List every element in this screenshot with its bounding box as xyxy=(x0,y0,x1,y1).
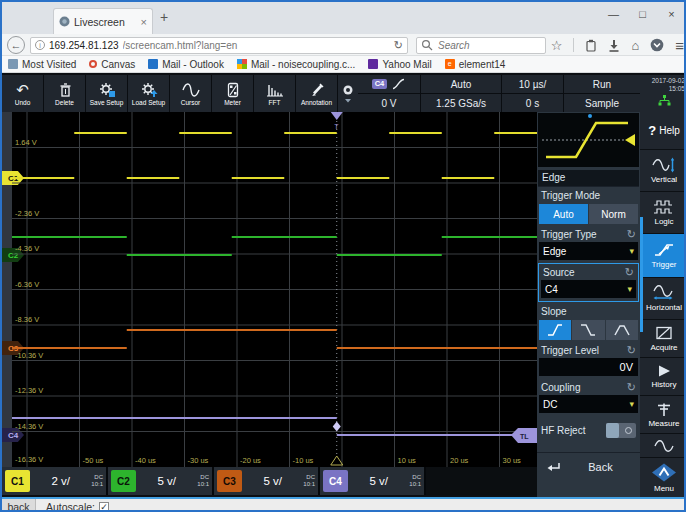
cursor-button[interactable]: Cursor xyxy=(170,75,212,112)
x-axis-label: -50 us xyxy=(83,456,104,465)
reset-icon[interactable]: ↻ xyxy=(627,382,636,393)
horizontal-position-cell[interactable]: 0 s xyxy=(502,94,563,112)
back-button[interactable]: ← xyxy=(7,36,25,54)
sidebar-item-help[interactable]: ?Help xyxy=(640,112,686,150)
slope-both-button[interactable] xyxy=(606,320,638,340)
undo-button[interactable]: ↶ Undo xyxy=(2,75,44,112)
bookmark-most-visited[interactable]: Most Visited xyxy=(8,59,76,70)
back-button[interactable]: Back xyxy=(537,452,640,481)
mode-norm-button[interactable]: Norm xyxy=(589,204,638,224)
toolbar-more-button[interactable] xyxy=(338,75,357,112)
sidebar-item-menu[interactable]: Menu xyxy=(640,458,686,497)
trigger-level-value[interactable]: 0V xyxy=(539,358,638,376)
undo-icon: ↶ xyxy=(16,81,29,98)
trigger-status-cell[interactable]: C4 xyxy=(358,75,420,93)
both-edges-icon xyxy=(612,323,632,337)
maximize-button[interactable]: □ xyxy=(628,4,657,24)
trigger-type-dropdown[interactable]: Edge ▾ xyxy=(539,242,638,260)
reset-icon[interactable]: ↻ xyxy=(625,267,634,278)
logic-icon xyxy=(653,199,675,215)
meter-button[interactable]: Meter xyxy=(212,75,254,112)
annotation-button[interactable]: Annotation xyxy=(296,75,338,112)
autoscale-control: Autoscale: ✓ xyxy=(46,501,109,513)
sidebar-item-gen[interactable] xyxy=(640,434,686,458)
sidebar-item-history[interactable]: History xyxy=(640,358,686,396)
back-return-icon xyxy=(547,462,561,473)
source-label: Source↻ xyxy=(539,264,638,279)
status-col-run: Run Sample xyxy=(564,75,640,112)
pocket-icon[interactable] xyxy=(650,38,664,52)
bookmark-canvas[interactable]: Canvas xyxy=(89,59,135,70)
wave-icon xyxy=(653,439,675,453)
channel-chip-c1[interactable]: C1 2 v/ DC10:1 xyxy=(2,467,108,495)
slope-label: Slope xyxy=(537,303,640,318)
fft-button[interactable]: FFT xyxy=(254,75,296,112)
hf-reject-row: HF Reject xyxy=(537,417,640,444)
waveform-c4 xyxy=(12,418,537,435)
reload-icon[interactable]: ↻ xyxy=(394,39,403,52)
status-col-acquire: Auto 1.25 GSa/s xyxy=(421,75,501,112)
bookmark-outlook[interactable]: Mail - Outlook xyxy=(148,59,224,70)
c1-scale: 2 v/ xyxy=(36,475,85,487)
minimize-button[interactable]: — xyxy=(599,4,628,24)
sidebar-item-trigger[interactable]: Trigger xyxy=(640,234,686,278)
autoscale-checkbox[interactable]: ✓ xyxy=(99,502,109,512)
hf-reject-toggle[interactable] xyxy=(606,423,636,438)
sidebar-scrollbar[interactable] xyxy=(640,217,643,332)
tab-title: Livescreen xyxy=(74,16,137,28)
bookmark-element14[interactable]: eelement14 xyxy=(445,59,506,70)
new-tab-button[interactable]: + xyxy=(160,9,168,25)
sidebar-item-acquire[interactable]: Acquire xyxy=(640,320,686,358)
plot-svg: 1.64 V-2.36 V-4.36 V-6.36 V-8.36 V-10.36… xyxy=(12,112,537,467)
bookmark-star-icon[interactable]: ☆ xyxy=(551,39,563,52)
source-dropdown[interactable]: C4 ▾ xyxy=(541,280,636,298)
home-icon[interactable]: ⌂ xyxy=(631,39,639,52)
search-input[interactable] xyxy=(436,39,526,52)
status-grid: C4 0 V Auto 1.25 GSa/s 10 µs/ 0 s Run Sa… xyxy=(358,75,640,112)
slope-falling-button[interactable] xyxy=(572,320,604,340)
channel-chip-c4[interactable]: C4 5 v/ DC10:1 xyxy=(320,467,426,495)
y-axis-label: -16.36 V xyxy=(15,455,43,464)
acquisition-mode-cell[interactable]: Sample xyxy=(564,94,640,112)
timebase-cell[interactable]: 10 µs/ xyxy=(502,75,563,93)
slope-rising-button[interactable] xyxy=(539,320,571,340)
library-icon[interactable] xyxy=(585,39,597,52)
sidebar-item-horizontal[interactable]: Horizontal xyxy=(640,278,686,320)
yahoo-mail-icon xyxy=(368,59,378,69)
browser-tab-livescreen[interactable]: Livescreen × xyxy=(53,8,153,34)
site-info-icon[interactable]: i xyxy=(35,40,45,50)
trigger-mode-cell[interactable]: Auto xyxy=(421,75,501,93)
element14-icon: e xyxy=(445,59,455,69)
trigger-level-cell[interactable]: 0 V xyxy=(358,94,420,112)
channel-chip-c2[interactable]: C2 5 v/ DC10:1 xyxy=(108,467,214,495)
browser-status-bar: back Autoscale: ✓ xyxy=(2,497,686,512)
time-text: 15:05 xyxy=(669,85,685,93)
save-setup-button[interactable]: Save Setup xyxy=(86,75,128,112)
channel-chip-c3[interactable]: C3 5 v/ DC10:1 xyxy=(214,467,320,495)
bookmark-noisecoupling[interactable]: Mail - noisecoupling.c... xyxy=(237,59,356,70)
sidebar-item-logic[interactable]: Logic xyxy=(640,192,686,234)
trigger-position-marker xyxy=(331,112,343,120)
search-bar[interactable] xyxy=(416,37,546,54)
waveform-display[interactable]: C1 C2 C3 C4 1.64 V-2.36 V-4.36 V-6.36 V-… xyxy=(2,112,537,467)
load-setup-button[interactable]: Load Setup xyxy=(128,75,170,112)
x-axis-label: 30 us xyxy=(503,456,522,465)
sidebar-item-measure[interactable]: Measure xyxy=(640,396,686,434)
url-bar[interactable]: i 169.254.81.123 /screencam.html?lang=en… xyxy=(30,37,408,54)
channel-bar: C1 2 v/ DC10:1 C2 5 v/ DC10:1 C3 5 v/ DC… xyxy=(2,467,537,495)
tab-close-icon[interactable]: × xyxy=(141,16,147,28)
reset-icon[interactable]: ↻ xyxy=(627,345,636,356)
c2-meta: DC10:1 xyxy=(197,474,209,488)
mode-auto-button[interactable]: Auto xyxy=(539,204,588,224)
bookmark-yahoo-mail[interactable]: Yahoo Mail xyxy=(368,59,431,70)
sidebar-item-vertical[interactable]: Vertical xyxy=(640,150,686,192)
reset-icon[interactable]: ↻ xyxy=(627,229,636,240)
coupling-dropdown[interactable]: DC ▾ xyxy=(539,395,638,413)
status-back-button[interactable]: back xyxy=(2,499,36,512)
download-icon[interactable] xyxy=(608,39,620,52)
close-button[interactable]: × xyxy=(657,4,686,24)
delete-button[interactable]: Delete xyxy=(44,75,86,112)
sample-rate-cell[interactable]: 1.25 GSa/s xyxy=(421,94,501,112)
run-state-cell[interactable]: Run xyxy=(564,75,640,93)
menu-hamburger-icon[interactable]: ≡ xyxy=(675,38,684,53)
